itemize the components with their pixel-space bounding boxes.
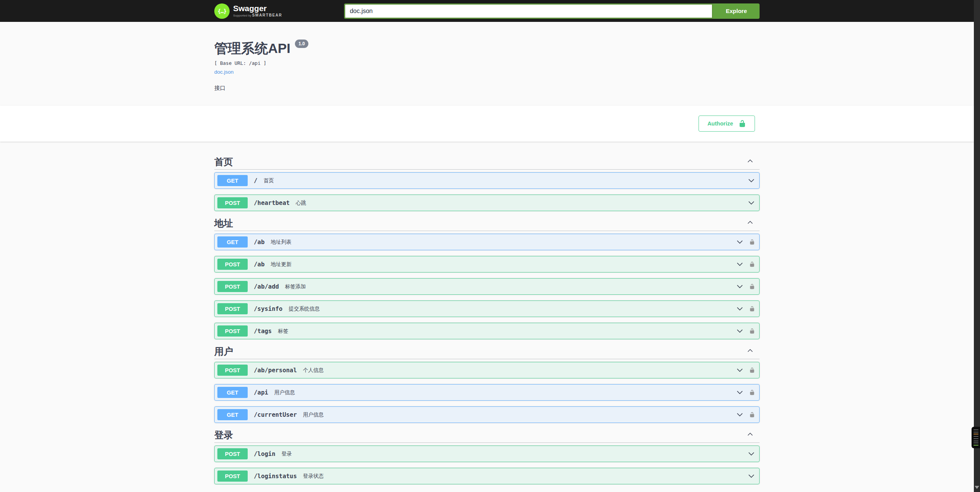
section-header[interactable]: 登录 bbox=[214, 429, 760, 443]
minimap-line bbox=[973, 445, 978, 446]
operation-summary: 首页 bbox=[263, 177, 274, 184]
row-controls bbox=[736, 305, 755, 312]
expand-chevron-icon[interactable] bbox=[748, 450, 755, 457]
expand-chevron-icon[interactable] bbox=[748, 177, 755, 184]
section-header[interactable]: 用户 bbox=[214, 346, 760, 359]
minimap-line bbox=[973, 441, 978, 441]
row-controls bbox=[736, 327, 755, 335]
scrollbar-track[interactable] bbox=[974, 0, 980, 492]
explore-button[interactable]: Explore bbox=[713, 3, 760, 19]
operation-path: /login bbox=[254, 451, 275, 457]
expand-chevron-icon[interactable] bbox=[736, 327, 743, 335]
operation-summary: 心跳 bbox=[296, 200, 306, 206]
auth-lock-button[interactable] bbox=[749, 367, 755, 373]
row-controls bbox=[736, 367, 755, 374]
expand-chevron-icon[interactable] bbox=[736, 283, 743, 290]
operation-row[interactable]: GET/首页 bbox=[214, 172, 760, 189]
api-section: 登录POST/login登录POST/loginstatus登录状态 bbox=[214, 429, 760, 484]
operation-row[interactable]: POST/tags标签 bbox=[214, 323, 760, 339]
explore-form: Explore bbox=[344, 3, 760, 19]
auth-lock-button[interactable] bbox=[749, 328, 755, 334]
swagger-logo-link[interactable]: {…} Swagger Supported bySMARTBEAR bbox=[214, 3, 282, 19]
operation-summary: 登录 bbox=[281, 451, 292, 457]
operation-row[interactable]: POST/login登录 bbox=[214, 446, 760, 462]
section-title: 地址 bbox=[214, 218, 233, 229]
section-header[interactable]: 地址 bbox=[214, 218, 760, 231]
minimap-line bbox=[973, 436, 978, 437]
section-title: 登录 bbox=[214, 429, 233, 441]
expand-chevron-icon[interactable] bbox=[736, 238, 743, 246]
collapse-chevron-icon[interactable] bbox=[747, 347, 753, 354]
row-controls bbox=[748, 450, 755, 457]
collapse-chevron-icon[interactable] bbox=[747, 431, 753, 438]
smartbear-label: SMARTBEAR bbox=[252, 13, 282, 17]
brand-subtitle: Supported bySMARTBEAR bbox=[233, 13, 282, 18]
auth-lock-button[interactable] bbox=[749, 306, 755, 312]
scrollbar-minimap-thumb[interactable] bbox=[972, 427, 980, 448]
authorize-label: Authorize bbox=[707, 121, 733, 127]
unlock-icon bbox=[749, 306, 755, 312]
operation-row[interactable]: POST/ab地址更新 bbox=[214, 256, 760, 272]
auth-lock-button[interactable] bbox=[749, 284, 755, 289]
spec-doc-link[interactable]: doc.json bbox=[214, 69, 233, 75]
operation-path: /currentUser bbox=[254, 411, 297, 418]
collapse-chevron-icon[interactable] bbox=[747, 219, 753, 226]
expand-chevron-icon[interactable] bbox=[748, 472, 755, 480]
operation-row[interactable]: GET/ab地址列表 bbox=[214, 234, 760, 250]
minimap-line bbox=[973, 434, 978, 434]
operation-path: /ab bbox=[254, 239, 265, 246]
method-badge: POST bbox=[217, 281, 248, 292]
row-controls bbox=[748, 199, 755, 206]
method-badge: POST bbox=[217, 471, 248, 482]
method-badge: POST bbox=[217, 303, 248, 314]
operation-row[interactable]: GET/currentUser用户信息 bbox=[214, 406, 760, 423]
scroll-down-arrow-icon[interactable] bbox=[975, 486, 979, 489]
collapse-chevron-icon[interactable] bbox=[747, 158, 753, 164]
expand-chevron-icon[interactable] bbox=[736, 411, 743, 418]
expand-chevron-icon[interactable] bbox=[736, 305, 743, 312]
topbar: {…} Swagger Supported bySMARTBEAR Explor… bbox=[0, 0, 974, 22]
minimap-line bbox=[973, 432, 978, 433]
operation-path: /ab bbox=[254, 261, 265, 268]
method-badge: POST bbox=[217, 365, 248, 376]
brand-text: Swagger Supported bySMARTBEAR bbox=[233, 4, 282, 18]
method-badge: GET bbox=[217, 387, 248, 398]
sections: 首页GET/首页POST/heartbeat心跳地址GET/ab地址列表POST… bbox=[214, 142, 760, 484]
section-header[interactable]: 首页 bbox=[214, 156, 760, 170]
spec-url-input[interactable] bbox=[344, 3, 713, 19]
expand-chevron-icon[interactable] bbox=[736, 367, 743, 374]
operation-path: /ab/personal bbox=[254, 367, 297, 374]
operation-summary: 用户信息 bbox=[303, 411, 324, 418]
operation-row[interactable]: POST/loginstatus登录状态 bbox=[214, 468, 760, 484]
auth-lock-button[interactable] bbox=[749, 412, 755, 418]
row-controls bbox=[736, 283, 755, 290]
info-section: 管理系统API 1.0 [ Base URL: /api ] doc.json … bbox=[0, 22, 974, 106]
authorize-button[interactable]: Authorize bbox=[699, 116, 755, 132]
api-title: 管理系统API 1.0 bbox=[214, 40, 760, 56]
operation-summary: 标签添加 bbox=[285, 283, 306, 290]
auth-lock-button[interactable] bbox=[749, 261, 755, 267]
unlock-icon bbox=[738, 120, 746, 127]
operation-path: /ab/add bbox=[254, 283, 279, 290]
operation-row[interactable]: GET/api用户信息 bbox=[214, 384, 760, 401]
operation-summary: 提交系统信息 bbox=[289, 305, 320, 312]
operation-row[interactable]: POST/ab/personal个人信息 bbox=[214, 362, 760, 378]
operation-row[interactable]: POST/sysinfo提交系统信息 bbox=[214, 300, 760, 317]
expand-chevron-icon[interactable] bbox=[736, 389, 743, 396]
unlock-icon bbox=[749, 284, 755, 289]
unlock-icon bbox=[749, 390, 755, 395]
operation-summary: 地址列表 bbox=[271, 239, 291, 246]
operation-row[interactable]: POST/ab/add标签添加 bbox=[214, 278, 760, 295]
minimap-line bbox=[973, 429, 978, 430]
unlock-icon bbox=[749, 328, 755, 334]
auth-lock-button[interactable] bbox=[749, 239, 755, 245]
expand-chevron-icon[interactable] bbox=[736, 261, 743, 268]
unlock-icon bbox=[749, 239, 755, 245]
api-description: 接口 bbox=[214, 84, 760, 92]
expand-chevron-icon[interactable] bbox=[748, 199, 755, 206]
method-badge: POST bbox=[217, 448, 248, 459]
auth-lock-button[interactable] bbox=[749, 390, 755, 395]
operation-summary: 地址更新 bbox=[271, 261, 291, 268]
operation-summary: 登录状态 bbox=[303, 473, 324, 480]
operation-row[interactable]: POST/heartbeat心跳 bbox=[214, 195, 760, 211]
